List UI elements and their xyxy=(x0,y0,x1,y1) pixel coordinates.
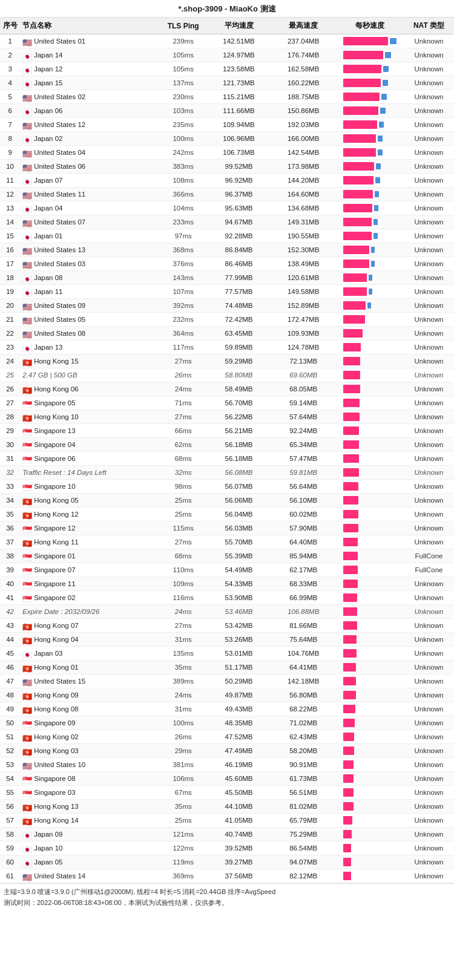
speed-bar-pink xyxy=(343,106,378,115)
row-id: 33 xyxy=(0,480,20,494)
row-max-speed: 160.22MB xyxy=(271,76,336,90)
row-node-name: 🇺🇸United States 11 xyxy=(20,188,160,201)
row-avg-speed: 56.18MB xyxy=(206,452,271,466)
row-max-speed: 149.58MB xyxy=(271,285,336,299)
row-nat: Unknown xyxy=(404,354,454,368)
speed-bar-container xyxy=(343,217,396,227)
row-node-name: 🇸🇬Singapore 06 xyxy=(20,452,160,466)
row-ping: 68ms xyxy=(160,452,206,466)
row-max-speed: 60.02MB xyxy=(271,508,336,521)
speed-bar-container xyxy=(343,412,396,422)
footer: 主端=3.9.0 喷速=3.9.0 (广州移动1@2000M), 线程=4 时长… xyxy=(0,883,454,910)
row-speed-bar xyxy=(335,90,404,104)
speed-bar-pink xyxy=(343,246,369,254)
row-avg-speed: 86.46MB xyxy=(206,257,271,271)
flag-icon: 🇸🇬 xyxy=(22,720,32,727)
node-label: Japan 07 xyxy=(34,177,62,184)
table-row: 40🇸🇬Singapore 11109ms54.33MB68.33MBUnkno… xyxy=(0,577,454,591)
row-ping: 122ms xyxy=(160,841,206,855)
flag-icon: 🇭🇰 xyxy=(22,706,32,713)
row-avg-speed: 99.52MB xyxy=(206,160,271,174)
row-id: 7 xyxy=(0,118,20,132)
row-nat: Unknown xyxy=(404,76,454,90)
row-id: 4 xyxy=(0,76,20,90)
row-speed-bar xyxy=(335,688,404,702)
speed-bar-pink xyxy=(343,468,359,477)
row-max-speed: 59.14MB xyxy=(271,396,336,410)
flag-icon: 🇸🇬 xyxy=(22,581,32,587)
row-speed-bar xyxy=(335,661,404,675)
row-max-speed: 56.80MB xyxy=(271,688,336,702)
row-nat: Unknown xyxy=(404,466,454,480)
row-ping: 242ms xyxy=(160,146,206,160)
table-row: 36🇸🇬Singapore 12115ms56.03MB57.90MBUnkno… xyxy=(0,521,454,535)
row-avg-speed: 46.19MB xyxy=(206,758,271,772)
row-avg-speed: 56.03MB xyxy=(206,521,271,535)
row-id: 40 xyxy=(0,577,20,591)
speed-bar-pink xyxy=(343,774,354,783)
row-speed-bar xyxy=(335,174,404,188)
row-node-name: 🇸🇬Singapore 10 xyxy=(20,480,160,494)
speed-bar-container xyxy=(343,398,396,408)
row-speed-bar xyxy=(335,396,404,410)
row-id: 50 xyxy=(0,716,20,730)
row-avg-speed: 92.28MB xyxy=(206,229,271,243)
row-nat: Unknown xyxy=(404,814,454,828)
flag-icon: 🇯🇵 xyxy=(22,233,32,240)
row-max-speed: 59.81MB xyxy=(271,466,336,480)
row-id: 23 xyxy=(0,341,20,354)
speed-bar-container xyxy=(343,328,396,338)
row-speed-bar xyxy=(335,146,404,160)
table-row: 38🇸🇬Singapore 0168ms55.39MB85.94MBFullCo… xyxy=(0,549,454,563)
row-node-name: 🇺🇸United States 02 xyxy=(20,90,160,104)
row-avg-speed: 48.35MB xyxy=(206,716,271,730)
row-max-speed: 69.60MB xyxy=(271,368,336,382)
row-id: 15 xyxy=(0,229,20,243)
speed-bar-pink xyxy=(343,844,351,852)
speed-bar-container xyxy=(343,440,396,449)
speed-bar-blue xyxy=(373,233,378,239)
speed-bar-container xyxy=(343,120,396,129)
node-label: Japan 08 xyxy=(34,274,62,281)
row-node-name: 🇯🇵Japan 04 xyxy=(20,201,160,215)
table-row: 42Expire Date : 2032/09/2624ms53.46MB106… xyxy=(0,605,454,619)
row-node-name: 🇯🇵Japan 08 xyxy=(20,271,160,285)
speed-bar-blue xyxy=(381,94,387,100)
flag-icon: 🇯🇵 xyxy=(22,275,32,281)
row-avg-speed: 47.49MB xyxy=(206,744,271,758)
page-title: *.shop-3909 - MiaoKo 测速 xyxy=(178,4,275,13)
row-max-speed: 120.61MB xyxy=(271,271,336,285)
row-ping: 35ms xyxy=(160,800,206,814)
row-ping: 31ms xyxy=(160,633,206,647)
row-nat: FullCone xyxy=(404,549,454,563)
row-node-name: 🇭🇰Hong Kong 11 xyxy=(20,535,160,549)
table-row: 27🇸🇬Singapore 0571ms56.70MB59.14MBUnknow… xyxy=(0,396,454,410)
row-speed-bar xyxy=(335,215,404,229)
node-label: Japan 04 xyxy=(34,204,62,212)
row-id: 58 xyxy=(0,828,20,841)
table-row: 9🇺🇸United States 04242ms106.73MB142.54MB… xyxy=(0,146,454,160)
speed-bar-container xyxy=(343,746,396,756)
row-max-speed: 72.13MB xyxy=(271,354,336,368)
row-nat: Unknown xyxy=(404,188,454,201)
table-row: 57🇭🇰Hong Kong 1425ms41.05MB65.79MBUnknow… xyxy=(0,814,454,828)
speed-bar-pink xyxy=(343,816,352,825)
row-node-name: 🇭🇰Hong Kong 05 xyxy=(20,494,160,508)
flag-icon: 🇭🇰 xyxy=(22,497,32,504)
table-row: 48🇭🇰Hong Kong 0924ms49.87MB56.80MBUnknow… xyxy=(0,688,454,702)
row-ping: 137ms xyxy=(160,76,206,90)
row-ping: 25ms xyxy=(160,494,206,508)
row-max-speed: 142.18MB xyxy=(271,675,336,688)
speed-bar-pink xyxy=(343,329,363,338)
row-id: 2 xyxy=(0,48,20,62)
row-node-name: 🇯🇵Japan 12 xyxy=(20,62,160,76)
row-id: 18 xyxy=(0,271,20,285)
speed-bar-pink xyxy=(343,260,369,268)
row-avg-speed: 58.80MB xyxy=(206,368,271,382)
row-nat: Unknown xyxy=(404,104,454,118)
row-avg-speed: 106.73MB xyxy=(206,146,271,160)
flag-icon: 🇯🇵 xyxy=(22,108,32,114)
speed-bar-container xyxy=(343,802,396,811)
node-label: United States 14 xyxy=(34,872,85,880)
speed-bar-container xyxy=(343,287,396,296)
